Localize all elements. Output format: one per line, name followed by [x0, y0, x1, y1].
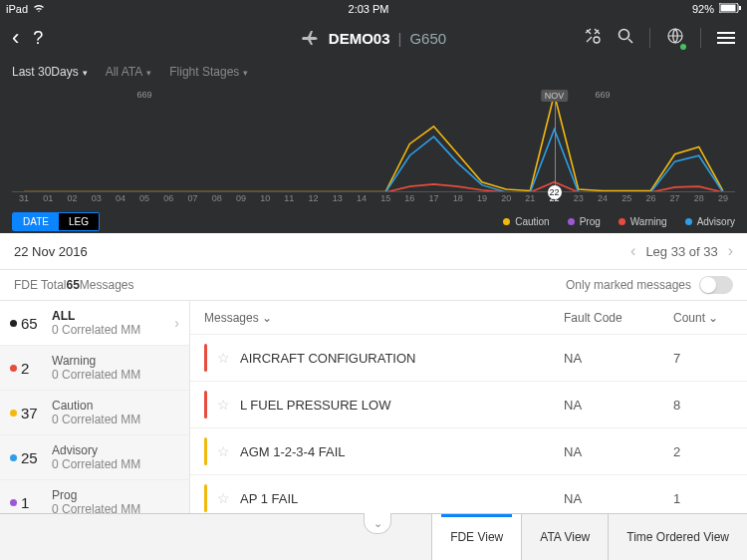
menu-button[interactable] [717, 32, 735, 44]
sync-status-icon[interactable] [666, 27, 684, 49]
app-header: ‹ ? DEMO03 | G650 [0, 18, 747, 58]
col-fault-code[interactable]: Fault Code [564, 311, 673, 325]
battery-percent: 92% [692, 3, 714, 15]
view-tabs: ⌄ FDE View ATA View Time Ordered View [0, 513, 747, 560]
messages-panel: Messages ⌄ Fault Code Count ⌄ ☆AIRCRAFT … [190, 301, 747, 522]
svg-rect-2 [739, 6, 741, 10]
marked-toggle[interactable] [699, 276, 733, 294]
search-icon[interactable] [618, 28, 633, 48]
leg-navigator: ‹ Leg 33 of 33 › [630, 242, 733, 260]
severity-item-all[interactable]: 65ALL0 Correlated MM› [0, 301, 189, 346]
svg-point-4 [620, 30, 629, 40]
date-row: 22 Nov 2016 ‹ Leg 33 of 33 › [0, 233, 747, 270]
messages-header: Messages ⌄ Fault Code Count ⌄ [190, 301, 747, 335]
severity-item-caution[interactable]: 37Caution0 Correlated MM [0, 391, 189, 435]
svg-rect-1 [721, 5, 736, 12]
severity-sidebar: 65ALL0 Correlated MM›2Warning0 Correlate… [0, 301, 190, 522]
severity-item-warning[interactable]: 2Warning0 Correlated MM [0, 346, 189, 391]
date-leg-toggle[interactable]: DATE LEG [12, 212, 100, 231]
col-messages[interactable]: Messages ⌄ [204, 311, 564, 325]
help-button[interactable]: ? [33, 28, 43, 49]
aircraft-model: G650 [409, 30, 446, 47]
tab-ata-view[interactable]: ATA View [521, 514, 608, 560]
tab-fde-view[interactable]: FDE View [431, 514, 521, 560]
leg-next[interactable]: › [728, 242, 733, 260]
selected-day-marker[interactable]: 22 [548, 185, 562, 199]
marked-label: Only marked messages [566, 278, 691, 292]
aircraft-id: DEMO03 [329, 30, 390, 47]
leg-label: Leg 33 of 33 [645, 244, 717, 259]
message-row[interactable]: ☆AIRCRAFT CONFIGURATIONNA7 [190, 335, 747, 382]
fde-total-row: FDE Total 65 Messages Only marked messag… [0, 270, 747, 301]
chart-footer: DATE LEG Caution Prog Warning Advisory [0, 209, 747, 233]
chevron-down-icon: ⌄ [262, 311, 272, 325]
ios-status-bar: iPad 2:03 PM 92% [0, 0, 747, 18]
star-icon[interactable]: ☆ [217, 397, 230, 413]
filter-ata[interactable]: All ATA▾ [106, 65, 152, 79]
selected-date: 22 Nov 2016 [14, 244, 88, 259]
chevron-down-icon: ⌄ [708, 311, 718, 325]
clock: 2:03 PM [349, 3, 389, 15]
battery-icon [719, 3, 741, 15]
filter-flight-stages[interactable]: Flight Stages▾ [169, 65, 248, 79]
toggle-date[interactable]: DATE [13, 213, 59, 230]
svg-point-3 [594, 37, 600, 43]
severity-item-advisory[interactable]: 25Advisory0 Correlated MM [0, 435, 189, 480]
star-icon[interactable]: ☆ [217, 443, 230, 459]
message-row[interactable]: ☆AGM 1-2-3-4 FAILNA2 [190, 428, 747, 475]
device-label: iPad [6, 3, 28, 15]
chart-legend: Caution Prog Warning Advisory [503, 216, 735, 227]
col-count[interactable]: Count ⌄ [673, 311, 733, 325]
star-icon[interactable]: ☆ [217, 490, 230, 506]
leg-prev[interactable]: ‹ [630, 242, 635, 260]
filter-date-range[interactable]: Last 30Days▾ [12, 65, 88, 79]
wifi-icon [33, 3, 45, 15]
filter-bar: Last 30Days▾ All ATA▾ Flight Stages▾ [0, 58, 747, 86]
toggle-leg[interactable]: LEG [59, 213, 99, 230]
tab-time-ordered-view[interactable]: Time Ordered View [608, 514, 747, 560]
tools-icon[interactable] [584, 27, 602, 49]
collapse-button[interactable]: ⌄ [364, 513, 391, 534]
back-button[interactable]: ‹ [12, 25, 19, 51]
star-icon[interactable]: ☆ [217, 350, 230, 366]
trend-chart[interactable]: 3101020304050607080910111213141516171819… [0, 86, 747, 209]
message-row[interactable]: ☆L FUEL PRESSURE LOWNA8 [190, 382, 747, 428]
airplane-icon [301, 29, 321, 48]
